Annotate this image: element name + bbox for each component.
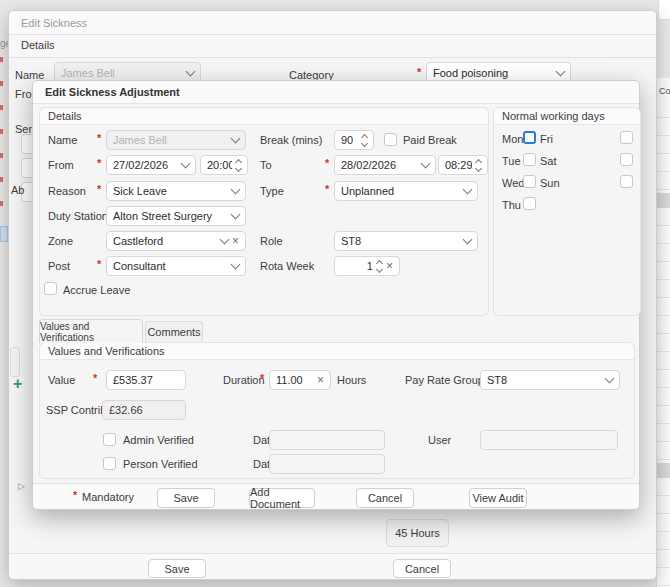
person-verified-checkbox[interactable] xyxy=(103,457,116,470)
adjustment-cancel-button[interactable]: Cancel xyxy=(356,488,414,508)
post-combobox[interactable]: Consultant xyxy=(106,256,246,276)
expand-arrow-icon[interactable]: ▷ xyxy=(18,481,25,491)
duration-input[interactable]: 11.00 × xyxy=(269,370,331,390)
outer-category-value: Food poisoning xyxy=(433,67,553,79)
working-days-group: Normal working days Mon Fri Tue Sat Wed … xyxy=(493,107,641,316)
accrue-leave-checkbox[interactable] xyxy=(44,282,57,295)
background-grid-rows xyxy=(657,100,670,587)
chevron-down-icon xyxy=(605,374,615,384)
day-checkbox-sun[interactable] xyxy=(620,175,633,188)
type-combobox[interactable]: Unplanned xyxy=(334,181,478,201)
to-date-value: 28/02/2026 xyxy=(341,159,418,171)
day-label-sat: Sat xyxy=(540,155,557,167)
chevron-down-icon xyxy=(181,159,191,169)
view-audit-button[interactable]: View Audit xyxy=(469,488,527,508)
pay-rate-group-combobox[interactable]: ST8 xyxy=(480,370,620,390)
day-checkbox-thu[interactable] xyxy=(523,197,536,210)
break-value: 90 xyxy=(341,134,358,146)
value-input[interactable]: £535.37 xyxy=(106,370,186,390)
from-date-value: 27/02/2026 xyxy=(113,159,178,171)
person-date-field[interactable] xyxy=(269,454,385,474)
background-selected-row-fragment xyxy=(0,226,8,242)
adjustment-titlebar[interactable]: Edit Sickness Adjustment xyxy=(33,81,639,104)
outer-absence-label-partial: Ab xyxy=(11,184,24,196)
edit-sickness-titlebar[interactable]: Edit Sickness xyxy=(9,11,656,35)
to-time-spinner[interactable]: 08:29 xyxy=(438,155,488,175)
role-value: ST8 xyxy=(341,235,460,247)
mandatory-asterisk: * xyxy=(97,157,101,169)
duty-station-combobox[interactable]: Alton Street Surgery xyxy=(106,206,246,226)
values-group-title: Values and Verifications xyxy=(48,345,165,357)
name-combobox[interactable]: James Bell xyxy=(106,130,246,150)
chevron-down-icon xyxy=(421,159,431,169)
tab-comments[interactable]: Comments xyxy=(145,321,203,342)
spinner-arrows-icon[interactable] xyxy=(476,160,481,171)
value-amount: £535.37 xyxy=(113,374,179,386)
zone-combobox[interactable]: Castleford × xyxy=(106,231,246,251)
rota-week-label: Rota Week xyxy=(260,260,314,272)
chevron-down-icon xyxy=(231,260,241,270)
day-label-wed: Wed xyxy=(502,177,524,189)
admin-date-field[interactable] xyxy=(269,430,385,450)
type-value: Unplanned xyxy=(341,185,460,197)
details-group-header: Details xyxy=(40,108,488,125)
rota-week-spinner[interactable]: 1 × xyxy=(334,256,400,276)
background-grid-header: Co xyxy=(659,86,670,96)
break-spinner[interactable]: 90 xyxy=(334,130,374,150)
outer-cancel-button[interactable]: Cancel xyxy=(393,559,451,578)
outer-save-button[interactable]: Save xyxy=(148,559,206,578)
reason-label: Reason xyxy=(48,185,86,197)
ssp-contribution-value: £32.66 xyxy=(109,404,179,416)
mandatory-asterisk: * xyxy=(97,183,101,195)
chevron-down-icon xyxy=(556,67,566,77)
accrue-leave-label: Accrue Leave xyxy=(63,284,130,296)
zone-value: Castleford xyxy=(113,235,217,247)
add-icon[interactable]: + xyxy=(13,375,22,393)
clear-icon[interactable]: × xyxy=(386,260,393,272)
tab-details[interactable]: Details xyxy=(21,39,55,51)
outer-tab-bar: Details xyxy=(9,35,656,58)
from-date-picker[interactable]: 27/02/2026 xyxy=(106,155,196,175)
day-checkbox-tue[interactable] xyxy=(523,153,536,166)
reason-combobox[interactable]: Sick Leave xyxy=(106,181,246,201)
to-date-picker[interactable]: 28/02/2026 xyxy=(334,155,436,175)
edit-sickness-title: Edit Sickness xyxy=(21,17,87,29)
chevron-down-icon xyxy=(463,235,473,245)
spinner-arrows-icon[interactable] xyxy=(236,160,241,171)
hours-label: Hours xyxy=(337,374,366,386)
day-checkbox-mon[interactable] xyxy=(523,131,536,144)
paid-break-label: Paid Break xyxy=(403,134,457,146)
to-time-value: 08:29 xyxy=(445,159,472,171)
mandatory-asterisk: * xyxy=(260,372,264,384)
edit-sickness-adjustment-dialog: Edit Sickness Adjustment Details Name * … xyxy=(32,80,640,510)
day-label-fri: Fri xyxy=(540,133,553,145)
day-checkbox-fri[interactable] xyxy=(620,131,633,144)
tab-values-and-verifications[interactable]: Values and Verifications xyxy=(39,319,143,343)
paid-break-checkbox[interactable] xyxy=(384,133,397,146)
role-combobox[interactable]: ST8 xyxy=(334,231,478,251)
clear-icon[interactable]: × xyxy=(232,235,239,247)
rota-week-value: 1 xyxy=(341,260,373,272)
duty-station-value: Alton Street Surgery xyxy=(113,210,228,222)
pay-rate-group-label: Pay Rate Group xyxy=(405,374,484,386)
day-label-tue: Tue xyxy=(502,155,521,167)
chevron-down-icon xyxy=(231,185,241,195)
clear-icon[interactable]: × xyxy=(317,374,324,386)
background-mandatory-marks xyxy=(0,57,3,207)
spinner-arrows-icon[interactable] xyxy=(377,261,382,272)
ssp-contribution-field: £32.66 xyxy=(102,400,186,420)
adjustment-save-button[interactable]: Save xyxy=(157,488,215,508)
day-checkbox-sat[interactable] xyxy=(620,153,633,166)
mandatory-asterisk: * xyxy=(93,372,97,384)
add-document-button[interactable]: Add Document xyxy=(249,488,315,508)
user-field[interactable] xyxy=(480,430,618,450)
background-window-fragment xyxy=(658,0,670,20)
admin-verified-checkbox[interactable] xyxy=(103,433,116,446)
from-time-spinner[interactable]: 20:00 xyxy=(200,155,248,175)
day-checkbox-wed[interactable] xyxy=(523,175,536,188)
chevron-down-icon xyxy=(220,235,230,245)
spinner-arrows-icon[interactable] xyxy=(362,135,367,146)
chevron-down-icon xyxy=(231,210,241,220)
role-label: Role xyxy=(260,235,283,247)
hours-total-button[interactable]: 45 Hours xyxy=(386,519,449,547)
